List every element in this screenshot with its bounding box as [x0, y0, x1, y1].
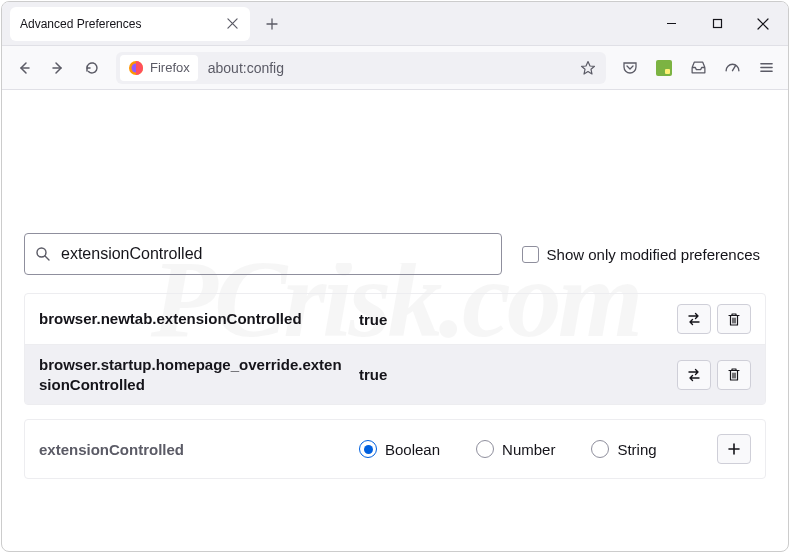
forward-button[interactable]: [42, 52, 74, 84]
search-box[interactable]: [24, 233, 502, 275]
maximize-button[interactable]: [694, 2, 740, 46]
pref-row: browser.newtab.extensionControlled true: [25, 294, 765, 345]
minimize-button[interactable]: [648, 2, 694, 46]
reload-button[interactable]: [76, 52, 108, 84]
pref-name: browser.newtab.extensionControlled: [39, 309, 349, 329]
url-input[interactable]: [198, 60, 574, 76]
pref-value: true: [359, 366, 667, 383]
radio-icon: [359, 440, 377, 458]
pocket-icon[interactable]: [614, 52, 646, 84]
window: Advanced Preferences: [1, 1, 789, 552]
close-tab-icon[interactable]: [224, 16, 240, 32]
radio-string[interactable]: String: [591, 440, 656, 458]
prefs-list: browser.newtab.extensionControlled true …: [24, 293, 766, 405]
radio-number[interactable]: Number: [476, 440, 555, 458]
radio-icon: [591, 440, 609, 458]
radio-boolean[interactable]: Boolean: [359, 440, 440, 458]
close-window-button[interactable]: [740, 2, 786, 46]
pref-row: browser.startup.homepage_override.extens…: [25, 345, 765, 404]
content-area: PCrisk.com Show only modified preference…: [2, 90, 788, 495]
new-tab-button[interactable]: [258, 10, 286, 38]
new-pref-name: extensionControlled: [39, 441, 349, 458]
menu-button[interactable]: [750, 52, 782, 84]
type-options: Boolean Number String: [359, 440, 707, 458]
tab-title: Advanced Preferences: [20, 17, 224, 31]
window-controls: [648, 2, 786, 46]
checkbox-icon[interactable]: [522, 246, 539, 263]
bookmark-star-icon[interactable]: [574, 54, 602, 82]
identity-box[interactable]: Firefox: [120, 55, 198, 81]
pref-value: true: [359, 311, 667, 328]
delete-button[interactable]: [717, 304, 751, 334]
address-bar[interactable]: Firefox: [116, 52, 606, 84]
browser-tab[interactable]: Advanced Preferences: [10, 7, 250, 41]
identity-label: Firefox: [150, 60, 190, 75]
new-pref-row: extensionControlled Boolean Number Strin…: [24, 419, 766, 479]
radio-icon: [476, 440, 494, 458]
toggle-button[interactable]: [677, 304, 711, 334]
inbox-icon[interactable]: [682, 52, 714, 84]
show-modified-label: Show only modified preferences: [547, 246, 760, 263]
search-input[interactable]: [51, 245, 491, 263]
svg-rect-0: [713, 20, 721, 28]
gauge-icon[interactable]: [716, 52, 748, 84]
firefox-icon: [128, 60, 144, 76]
delete-button[interactable]: [717, 360, 751, 390]
back-button[interactable]: [8, 52, 40, 84]
toolbar: Firefox: [2, 46, 788, 90]
extension-icon[interactable]: [648, 52, 680, 84]
titlebar: Advanced Preferences: [2, 2, 788, 46]
add-pref-button[interactable]: [717, 434, 751, 464]
search-icon: [35, 246, 51, 262]
show-modified-toggle[interactable]: Show only modified preferences: [522, 246, 766, 263]
pref-name: browser.startup.homepage_override.extens…: [39, 355, 349, 394]
toggle-button[interactable]: [677, 360, 711, 390]
